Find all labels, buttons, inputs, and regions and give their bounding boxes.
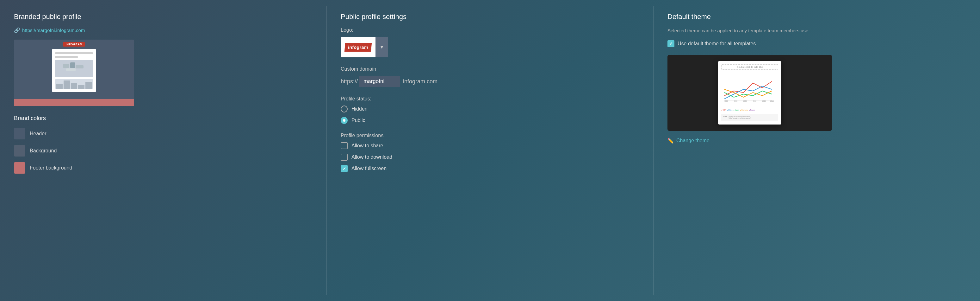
domain-suffix: .infogram.com (401, 78, 438, 85)
edit-icon: ✏️ (667, 138, 674, 144)
legend-japan: ● Japan (733, 109, 739, 111)
logo-section: Logo: infogram ▾ (341, 27, 639, 58)
profile-status-label: Profile status: (341, 96, 639, 102)
quote-text: Write an interesting quote (729, 115, 751, 117)
preview-content (52, 49, 96, 92)
svg-rect-1 (70, 62, 75, 68)
legend-china: ● China (727, 109, 732, 111)
bar-5 (86, 82, 92, 89)
use-default-checkmark-icon: ✓ (669, 41, 673, 46)
logo-infogram-text: infogram (345, 43, 372, 52)
color-item-header: Header (14, 128, 313, 139)
link-icon: 🔗 (14, 27, 20, 33)
svg-text:2016: 2016 (770, 100, 774, 102)
theme-quote-area: ““ Write an interesting quote Who's auth… (721, 114, 778, 121)
checkbox-download-label: Allow to download (352, 154, 392, 160)
preview-line-1 (55, 52, 93, 54)
brand-colors-title: Brand colors (14, 115, 313, 122)
checkbox-share-label: Allow to share (352, 143, 383, 149)
preview-chart (55, 79, 93, 89)
left-panel: Branded public profile 🔗 https://margofn… (0, 0, 326, 301)
map-svg (61, 61, 87, 77)
radio-inner (343, 119, 345, 122)
svg-rect-0 (63, 64, 69, 68)
theme-chart-svg: 1999 2000 2005 2010 2015 2016 (721, 72, 778, 107)
change-theme-label: Change theme (676, 138, 710, 144)
chevron-down-icon: ▾ (380, 44, 383, 50)
preview-map (55, 60, 93, 77)
checkbox-fullscreen-label: Allow fullscreen (352, 166, 387, 171)
bar-3 (71, 83, 77, 89)
bar-1 (56, 84, 63, 89)
header-color-label: Header (30, 131, 46, 136)
custom-domain-label: Custom domain (341, 66, 639, 72)
color-items: Header Background Footer background (14, 128, 313, 174)
use-default-checkbox[interactable]: ✓ (667, 40, 675, 47)
profile-link-text: https://margofni.infogram.com (22, 27, 85, 33)
domain-input[interactable] (359, 76, 400, 87)
quote-mark: ““ (723, 115, 727, 120)
logo-picker: infogram ▾ (341, 37, 391, 58)
checkbox-download[interactable]: Allow to download (341, 154, 639, 161)
profile-link[interactable]: 🔗 https://margofni.infogram.com (14, 27, 313, 33)
svg-text:2015: 2015 (762, 100, 766, 102)
middle-panel-title: Public profile settings (341, 13, 639, 21)
bar-2 (64, 80, 70, 89)
middle-panel: Public profile settings Logo: infogram ▾… (327, 0, 653, 301)
profile-permissions-label: Profile permissions (341, 133, 639, 138)
preview-badge: infogram (63, 42, 85, 46)
use-default-row: ✓ Use default theme for all templates (667, 40, 966, 47)
svg-text:2000: 2000 (734, 100, 737, 102)
theme-chart-area: 1999 2000 2005 2010 2015 2016 (721, 72, 778, 107)
svg-text:1999: 1999 (724, 100, 728, 102)
profile-permissions-section: Profile permissions Allow to share Allow… (341, 133, 639, 172)
radio-public[interactable]: Public (341, 117, 639, 124)
header-swatch[interactable] (14, 128, 25, 139)
radio-hidden-label: Hidden (352, 106, 368, 112)
color-item-background: Background (14, 145, 313, 157)
theme-card-title: Double-click to add title (721, 64, 778, 70)
checkbox-share[interactable]: Allow to share (341, 142, 639, 149)
quote-text-block: Write an interesting quote Who's author … (729, 115, 751, 119)
theme-preview-box: Double-click to add title 1999 2000 2005… (667, 55, 832, 131)
checkmark-icon: ✓ (343, 167, 346, 171)
legend-usa: ● USA (721, 109, 726, 111)
svg-text:2005: 2005 (743, 100, 747, 102)
logo-dropdown-button[interactable]: ▾ (375, 37, 388, 58)
right-panel: Default theme Selected theme can be appl… (654, 0, 980, 301)
footer-color-label: Footer background (30, 165, 72, 171)
footer-swatch[interactable] (14, 162, 25, 174)
checkbox-download-box (341, 154, 348, 161)
profile-preview: infogram (14, 40, 134, 106)
custom-domain-section: Custom domain https:// .infogram.com (341, 66, 639, 87)
change-theme-link[interactable]: ✏️ Change theme (667, 138, 966, 144)
svg-rect-2 (76, 65, 84, 69)
logo-label: Logo: (341, 27, 639, 33)
legend-germany: ● Germany (740, 109, 748, 111)
checkbox-fullscreen[interactable]: ✓ Allow fullscreen (341, 165, 639, 172)
background-color-label: Background (30, 148, 57, 154)
checkbox-fullscreen-box: ✓ (341, 165, 348, 172)
preview-footer-bar (14, 99, 134, 106)
radio-public-circle (341, 117, 348, 124)
bar-4 (78, 85, 84, 89)
chart-legend: ● USA ● China ● Japan ● Germany ● France (721, 109, 778, 111)
radio-hidden-circle (341, 106, 348, 112)
domain-input-row: https:// .infogram.com (341, 76, 639, 87)
checkbox-share-box (341, 142, 348, 149)
domain-prefix: https:// (341, 78, 358, 85)
radio-hidden[interactable]: Hidden (341, 106, 639, 112)
logo-preview[interactable]: infogram (341, 37, 375, 58)
legend-france: ● France (749, 109, 755, 111)
main-container: Branded public profile 🔗 https://margofn… (0, 0, 980, 301)
default-theme-description: Selected theme can be applied to any tem… (667, 27, 966, 35)
svg-text:2010: 2010 (753, 100, 756, 102)
radio-public-label: Public (352, 118, 365, 123)
use-default-label: Use default theme for all templates (678, 41, 756, 46)
svg-rect-3 (66, 69, 76, 71)
preview-line-2 (55, 56, 78, 58)
profile-status-section: Profile status: Hidden Public (341, 96, 639, 124)
theme-card: Double-click to add title 1999 2000 2005… (718, 61, 781, 125)
right-panel-title: Default theme (667, 13, 966, 21)
background-swatch[interactable] (14, 145, 25, 157)
